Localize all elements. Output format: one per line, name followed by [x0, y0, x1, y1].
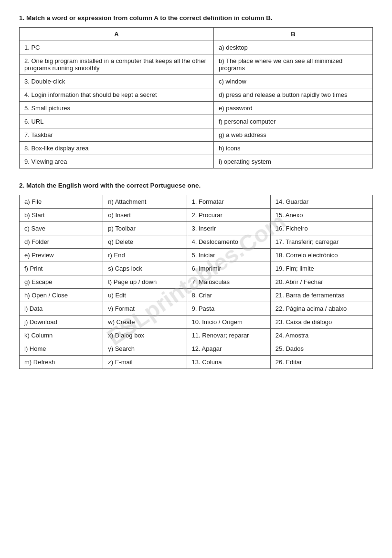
- col-b-cell: c) window: [214, 75, 373, 88]
- table-row: 5. Small pictures e) password: [20, 102, 373, 115]
- ex2-col1-cell: d) Folder: [20, 235, 103, 249]
- exercise1-title: 1. Match a word or expression from colum…: [19, 14, 373, 21]
- exercise2-section: 2. Match the English word with the corre…: [19, 182, 373, 369]
- col-b-cell: g) a web address: [214, 128, 373, 142]
- col-a-cell: 3. Double-click: [20, 75, 214, 88]
- table-row: 9. Viewing area i) operating system: [20, 155, 373, 168]
- ex2-col4-cell: 15. Anexo: [270, 209, 372, 222]
- ex2-col4-cell: 25. Dados: [270, 342, 372, 356]
- ex2-col4-cell: 17. Transferir; carregar: [270, 235, 372, 249]
- table-row: 6. URL f) personal computer: [20, 115, 373, 128]
- ex2-col1-cell: f) Print: [20, 262, 103, 275]
- table-row: 8. Box-like display area h) icons: [20, 142, 373, 155]
- ex2-col2-cell: s) Caps lock: [103, 262, 187, 275]
- table-row: 4. Login information that should be kept…: [20, 88, 373, 102]
- col-b-cell: d) press and release a button rapidly tw…: [214, 88, 373, 102]
- table-row: 2. One big program installed in a comput…: [20, 54, 373, 75]
- col-a-cell: 8. Box-like display area: [20, 142, 214, 155]
- col-a-cell: 6. URL: [20, 115, 214, 128]
- exercise2-table: a) File n) Attachment 1. Formatar 14. Gu…: [19, 195, 373, 369]
- table-row: l) Home y) Search 12. Apagar 25. Dados: [20, 342, 373, 356]
- table-row: i) Data v) Format 9. Pasta 22. Página ac…: [20, 302, 373, 316]
- ex2-col1-cell: g) Escape: [20, 275, 103, 289]
- ex2-col3-cell: 5. Iniciar: [187, 249, 270, 262]
- ex2-col3-cell: 8. Criar: [187, 289, 270, 302]
- ex2-col4-cell: 24. Amostra: [270, 329, 372, 342]
- ex2-col1-cell: b) Start: [20, 209, 103, 222]
- ex2-col3-cell: 3. Inserir: [187, 222, 270, 235]
- ex2-col1-cell: h) Open / Close: [20, 289, 103, 302]
- ex2-col1-cell: e) Preview: [20, 249, 103, 262]
- ex2-col2-cell: z) E-mail: [103, 356, 187, 369]
- table-row: h) Open / Close u) Edit 8. Criar 21. Bar…: [20, 289, 373, 302]
- ex2-col4-cell: 22. Página acima / abaixo: [270, 302, 372, 316]
- ex2-col2-cell: p) Toolbar: [103, 222, 187, 235]
- ex2-col2-cell: w) Create: [103, 316, 187, 329]
- table-row: j) Download w) Create 10. Início / Orige…: [20, 316, 373, 329]
- ex2-col3-cell: 11. Renovar; reparar: [187, 329, 270, 342]
- ex2-col1-cell: j) Download: [20, 316, 103, 329]
- ex2-col2-cell: u) Edit: [103, 289, 187, 302]
- ex2-col4-cell: 21. Barra de ferramentas: [270, 289, 372, 302]
- table-row: k) Column x) Dialog box 11. Renovar; rep…: [20, 329, 373, 342]
- ex2-col1-cell: k) Column: [20, 329, 103, 342]
- ex2-col1-cell: l) Home: [20, 342, 103, 356]
- col-b-cell: h) icons: [214, 142, 373, 155]
- col-b-cell: a) desktop: [214, 41, 373, 54]
- table-row: a) File n) Attachment 1. Formatar 14. Gu…: [20, 195, 373, 209]
- col-a-cell: 5. Small pictures: [20, 102, 214, 115]
- col-a-cell: 4. Login information that should be kept…: [20, 88, 214, 102]
- col-b-cell: i) operating system: [214, 155, 373, 168]
- col-a-header: A: [20, 28, 214, 41]
- exercise1-table: A B 1. PC a) desktop 2. One big program …: [19, 27, 373, 168]
- col-a-cell: 9. Viewing area: [20, 155, 214, 168]
- col-a-cell: 7. Taskbar: [20, 128, 214, 142]
- ex2-col2-cell: o) Insert: [103, 209, 187, 222]
- ex2-col2-cell: n) Attachment: [103, 195, 187, 209]
- ex2-col2-cell: v) Format: [103, 302, 187, 316]
- ex2-col4-cell: 19. Fim; limite: [270, 262, 372, 275]
- col-b-cell: b) The place where we can see all minimi…: [214, 54, 373, 75]
- exercise1-section: 1. Match a word or expression from colum…: [19, 14, 373, 168]
- table-row: c) Save p) Toolbar 3. Inserir 16. Fichei…: [20, 222, 373, 235]
- ex2-col4-cell: 20. Abrir / Fechar: [270, 275, 372, 289]
- table-row: e) Preview r) End 5. Iniciar 18. Correio…: [20, 249, 373, 262]
- ex2-col1-cell: i) Data: [20, 302, 103, 316]
- ex2-col4-cell: 26. Editar: [270, 356, 372, 369]
- col-a-cell: 2. One big program installed in a comput…: [20, 54, 214, 75]
- ex2-col4-cell: 16. Ficheiro: [270, 222, 372, 235]
- table-row: g) Escape t) Page up / down 7. Maiúscula…: [20, 275, 373, 289]
- table-row: 7. Taskbar g) a web address: [20, 128, 373, 142]
- col-b-header: B: [214, 28, 373, 41]
- col-b-cell: f) personal computer: [214, 115, 373, 128]
- col-a-cell: 1. PC: [20, 41, 214, 54]
- table-row: 3. Double-click c) window: [20, 75, 373, 88]
- table-row: f) Print s) Caps lock 6. Imprimir 19. Fi…: [20, 262, 373, 275]
- table-row: 1. PC a) desktop: [20, 41, 373, 54]
- exercise2-title: 2. Match the English word with the corre…: [19, 182, 373, 189]
- ex2-col3-cell: 13. Coluna: [187, 356, 270, 369]
- ex2-col4-cell: 23. Caixa de diálogo: [270, 316, 372, 329]
- ex2-col3-cell: 12. Apagar: [187, 342, 270, 356]
- table-row: b) Start o) Insert 2. Procurar 15. Anexo: [20, 209, 373, 222]
- ex2-col1-cell: c) Save: [20, 222, 103, 235]
- table-row: d) Folder q) Delete 4. Deslocamento 17. …: [20, 235, 373, 249]
- ex2-col2-cell: q) Delete: [103, 235, 187, 249]
- ex2-col3-cell: 1. Formatar: [187, 195, 270, 209]
- ex2-col4-cell: 18. Correio electrónico: [270, 249, 372, 262]
- ex2-col2-cell: t) Page up / down: [103, 275, 187, 289]
- ex2-col1-cell: m) Refresh: [20, 356, 103, 369]
- ex2-col3-cell: 6. Imprimir: [187, 262, 270, 275]
- ex2-col4-cell: 14. Guardar: [270, 195, 372, 209]
- ex2-col2-cell: y) Search: [103, 342, 187, 356]
- ex2-col2-cell: r) End: [103, 249, 187, 262]
- ex2-col3-cell: 10. Início / Origem: [187, 316, 270, 329]
- col-b-cell: e) password: [214, 102, 373, 115]
- ex2-col3-cell: 2. Procurar: [187, 209, 270, 222]
- ex2-col1-cell: a) File: [20, 195, 103, 209]
- ex2-col3-cell: 9. Pasta: [187, 302, 270, 316]
- ex2-col3-cell: 4. Deslocamento: [187, 235, 270, 249]
- table-row: m) Refresh z) E-mail 13. Coluna 26. Edit…: [20, 356, 373, 369]
- ex2-col3-cell: 7. Maiúsculas: [187, 275, 270, 289]
- ex2-col2-cell: x) Dialog box: [103, 329, 187, 342]
